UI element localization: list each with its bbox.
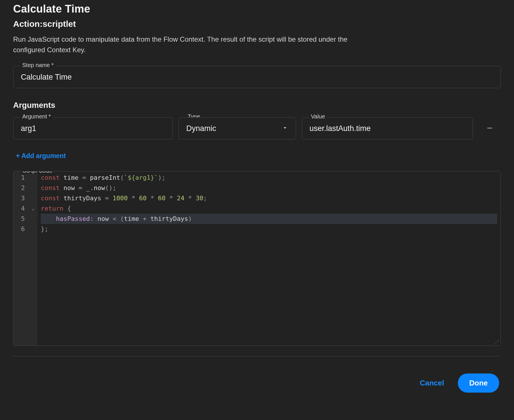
add-argument-button[interactable]: + Add argument: [16, 152, 66, 160]
code-editor[interactable]: 123456 ⌄ const time = parseInt(`${arg1}`…: [13, 171, 501, 346]
scriptlet-config-panel: Calculate Time Action:scriptlet Run Java…: [0, 0, 514, 404]
argument-type-select[interactable]: [179, 117, 296, 140]
argument-name-input[interactable]: [13, 117, 173, 140]
step-name-label: Step name *: [20, 62, 56, 68]
argument-name-field: Argument *: [13, 117, 173, 140]
code-body[interactable]: const time = parseInt(`${arg1}`);const n…: [37, 171, 501, 346]
argument-row: Argument * Type Value: [13, 117, 501, 140]
minus-icon: [485, 124, 494, 133]
resize-handle-icon[interactable]: ⋰: [494, 339, 499, 344]
page-title: Calculate Time: [13, 3, 501, 15]
argument-value-label: Value: [309, 113, 327, 120]
code-line-gutter: 123456: [13, 171, 29, 346]
argument-type-field: Type: [179, 117, 296, 140]
step-name-field: Step name *: [13, 66, 501, 88]
remove-argument-button[interactable]: [483, 122, 496, 136]
done-button[interactable]: Done: [458, 373, 499, 393]
arguments-heading: Arguments: [13, 101, 501, 110]
code-fold-gutter: ⌄: [29, 171, 37, 346]
action-type-heading: Action:scriptlet: [13, 19, 501, 29]
argument-value-field: Value: [302, 117, 473, 140]
dialog-footer: Cancel Done: [13, 373, 501, 393]
script-code-field: Script Code 123456 ⌄ const time = parseI…: [13, 171, 501, 346]
footer-separator: [13, 356, 501, 356]
argument-name-label: Argument *: [20, 113, 53, 120]
action-description: Run JavaScript code to manipulate data f…: [13, 34, 373, 55]
cancel-button[interactable]: Cancel: [418, 378, 446, 388]
step-name-input[interactable]: [13, 66, 501, 88]
argument-value-input[interactable]: [302, 117, 473, 140]
script-code-label: Script Code: [20, 171, 55, 174]
